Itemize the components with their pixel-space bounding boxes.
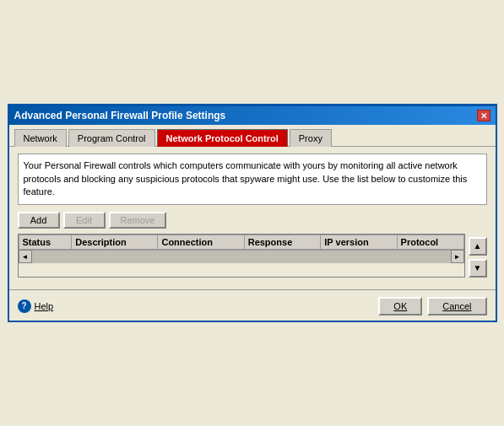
col-description: Description [72,235,158,249]
cancel-button[interactable]: Cancel [427,297,486,315]
title-bar: Advanced Personal Firewall Profile Setti… [9,106,496,125]
side-buttons: ▲ ▼ [469,234,487,278]
close-button[interactable]: ✕ [477,110,490,121]
protocol-table: Status Description Connection Response I… [19,235,464,250]
footer: ? Help OK Cancel [9,289,496,321]
col-response: Response [244,235,321,249]
table-header-row: Status Description Connection Response I… [19,235,463,249]
tab-network[interactable]: Network [14,129,67,147]
col-status: Status [19,235,72,249]
tab-strip: Network Program Control Network Protocol… [9,125,496,147]
remove-button[interactable]: Remove [109,212,167,229]
content-area: Your Personal Firewall controls which co… [9,147,496,283]
scroll-up-button[interactable]: ▲ [469,237,487,256]
ok-button[interactable]: OK [378,297,422,315]
col-connection: Connection [158,235,244,249]
table-area: Status Description Connection Response I… [18,234,487,278]
dialog: Advanced Personal Firewall Profile Setti… [8,104,497,321]
title-bar-text: Advanced Personal Firewall Profile Setti… [14,110,226,121]
footer-buttons: OK Cancel [378,297,486,315]
scroll-left-button[interactable]: ◄ [19,250,32,263]
table-scroll[interactable]: Status Description Connection Response I… [19,235,464,250]
horizontal-scrollbar[interactable]: ◄ ► [19,250,464,263]
tab-proxy[interactable]: Proxy [290,129,332,147]
toolbar: Add Edit Remove [18,212,487,229]
scroll-track[interactable] [32,251,451,263]
help-area: ? Help [18,299,54,313]
description-text: Your Personal Firewall controls which co… [18,154,487,204]
help-label[interactable]: Help [35,301,54,311]
col-ipversion: IP version [321,235,397,249]
help-icon: ? [18,299,31,313]
tab-program[interactable]: Program Control [68,129,155,147]
add-button[interactable]: Add [18,212,60,229]
col-protocol: Protocol [397,235,463,249]
edit-button[interactable]: Edit [63,212,106,229]
table-container: Status Description Connection Response I… [18,234,465,278]
scroll-down-button[interactable]: ▼ [469,259,487,278]
tab-protocol[interactable]: Network Protocol Control [157,129,288,147]
scroll-right-button[interactable]: ► [451,250,464,263]
